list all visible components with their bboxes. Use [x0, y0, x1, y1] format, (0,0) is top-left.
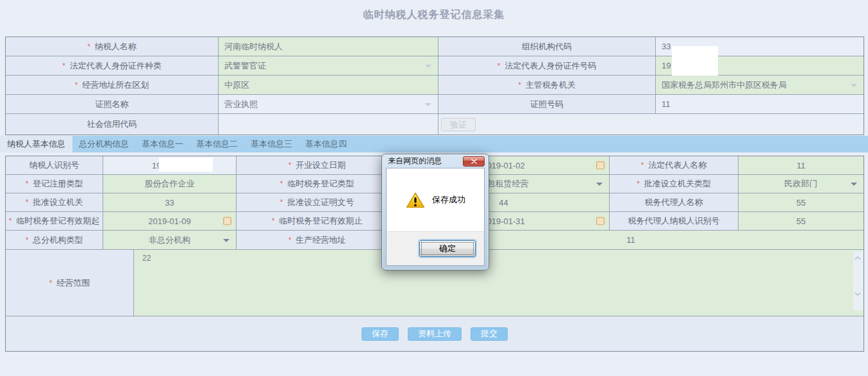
header-form-table: *纳税人名称 河南临时纳税人 组织机构代码 33 *法定代表人身份证件种类 武警…: [5, 37, 864, 135]
tab-basic-info-3[interactable]: 基本信息三: [244, 136, 299, 152]
approval-org-type-label: *批准设立机关类型: [610, 175, 739, 193]
dialog-message: 保存成功: [432, 194, 465, 206]
required-marker: *: [288, 236, 292, 245]
license-name-label: 证照名称: [6, 95, 219, 113]
business-scope-label: *经营范围: [6, 250, 134, 316]
required-marker: *: [62, 61, 65, 70]
approval-org-type-select[interactable]: 民政部门: [739, 175, 864, 193]
tab-bar: 纳税人基本信息 总分机构信息 基本信息一 基本信息二 基本信息三 基本信息四: [0, 136, 868, 152]
close-icon[interactable]: [463, 156, 485, 167]
license-number-label: 证照号码: [438, 95, 656, 113]
branch-type-select[interactable]: 非总分机构: [103, 231, 237, 249]
form-actions: 保存 资料上传 提交: [6, 316, 864, 351]
tab-basic-info-2[interactable]: 基本信息二: [190, 136, 244, 152]
page: 临时纳税人税务登记信息采集 *纳税人名称 河南临时纳税人 组织机构代码 33 *…: [0, 0, 868, 376]
calendar-icon[interactable]: [596, 161, 605, 170]
table-row: *法定代表人身份证件种类 武警警官证 *法定代表人身份证件号码 19: [6, 56, 864, 76]
registration-type-field[interactable]: 股份合作企业: [103, 175, 237, 193]
branch-type-label: *总分机构类型: [6, 231, 103, 249]
taxpayer-name-field[interactable]: 河南临时纳税人: [219, 37, 438, 56]
webpage-message-dialog: 来自网页的消息 保存成功 确定: [381, 154, 489, 270]
tab-basic-info-1[interactable]: 基本信息一: [135, 136, 190, 152]
valid-from-label: *临时税务登记有效期起: [6, 212, 103, 230]
chevron-down-icon: [851, 183, 857, 186]
table-row: 证照名称 营业执照 证照号码 11: [6, 95, 864, 114]
approval-org-label: *批准设立机关: [6, 193, 103, 211]
verify-button[interactable]: 验证: [441, 118, 476, 131]
chevron-down-icon: [223, 239, 230, 242]
legal-id-type-select[interactable]: 武警警官证: [219, 56, 438, 75]
valid-to-label: *临时税务登记有效期止: [237, 212, 398, 230]
license-number-field[interactable]: 11: [656, 95, 864, 113]
required-marker: *: [87, 42, 90, 51]
chevron-down-icon: [851, 84, 857, 87]
business-scope-textarea[interactable]: 22: [134, 250, 864, 316]
redaction-box: [672, 46, 718, 76]
opening-date-label: *开业设立日期: [237, 156, 398, 174]
textarea-scrollbar[interactable]: [853, 251, 863, 310]
valid-from-field[interactable]: 2019-01-09: [103, 212, 237, 230]
upload-button[interactable]: 资料上传: [408, 327, 462, 341]
scroll-down-icon[interactable]: [855, 292, 861, 296]
required-marker: *: [637, 179, 640, 188]
table-row: *经营地址所在区划 中原区 *主管税务机关 国家税务总局郑州市中原区税务局: [6, 76, 864, 95]
table-row: *纳税人名称 河南临时纳税人 组织机构代码 33: [6, 37, 864, 56]
legal-id-type-label: *法定代表人身份证件种类: [6, 56, 219, 75]
chevron-down-icon: [596, 183, 603, 186]
submit-button[interactable]: 提交: [471, 327, 508, 341]
required-marker: *: [497, 61, 501, 70]
required-marker: *: [518, 81, 521, 90]
required-marker: *: [75, 81, 78, 90]
required-marker: *: [280, 179, 283, 188]
tax-authority-label: *主管税务机关: [438, 76, 656, 94]
approval-org-field[interactable]: 33: [103, 193, 237, 211]
table-row: 社会信用代码 验证: [6, 114, 864, 135]
required-marker: *: [9, 217, 12, 225]
redaction-box: [159, 158, 213, 172]
social-credit-label: 社会信用代码: [6, 114, 219, 135]
required-marker: *: [288, 161, 292, 170]
org-code-label: 组织机构代码: [438, 37, 656, 56]
temp-reg-type-label: *临时税务登记类型: [237, 175, 398, 193]
legal-id-number-label: *法定代表人身份证件号码: [438, 56, 656, 75]
legal-rep-name-label: *法定代表人名称: [610, 156, 739, 174]
business-district-label: *经营地址所在区划: [6, 76, 219, 94]
chevron-down-icon: [425, 65, 431, 68]
warning-icon: [406, 192, 425, 209]
dialog-message-row: 保存成功: [387, 168, 484, 231]
required-marker: *: [49, 279, 53, 288]
business-address-label: *生产经营地址: [237, 231, 398, 249]
chevron-down-icon: [425, 103, 431, 106]
dialog-title: 来自网页的消息: [388, 156, 442, 167]
tax-authority-select[interactable]: 国家税务总局郑州市中原区税务局: [656, 76, 864, 94]
taxpayer-name-label: *纳税人名称: [6, 37, 219, 56]
calendar-icon[interactable]: [596, 217, 605, 225]
tab-taxpayer-basic-info[interactable]: 纳税人基本信息: [0, 136, 72, 152]
save-button[interactable]: 保存: [362, 327, 399, 341]
tab-basic-info-4[interactable]: 基本信息四: [299, 136, 353, 152]
required-marker: *: [641, 161, 644, 170]
license-name-select[interactable]: 营业执照: [219, 95, 438, 113]
required-marker: *: [26, 179, 29, 188]
ok-button[interactable]: 确定: [419, 240, 476, 257]
tab-branch-info[interactable]: 总分机构信息: [72, 136, 135, 152]
scroll-up-icon[interactable]: [855, 256, 861, 260]
calendar-icon[interactable]: [223, 217, 231, 225]
tax-agent-id-label: 税务代理人纳税人识别号: [610, 212, 739, 230]
required-marker: *: [280, 198, 283, 207]
required-marker: *: [26, 198, 29, 207]
registration-type-label: *登记注册类型: [6, 175, 103, 193]
dialog-body: 保存成功 确定: [386, 168, 485, 266]
taxpayer-id-label: 纳税人识别号: [6, 156, 103, 174]
tax-agent-id-field[interactable]: 55: [739, 212, 864, 230]
business-district-field[interactable]: 中原区: [219, 76, 438, 94]
tax-agent-name-field[interactable]: 55: [739, 193, 864, 211]
legal-rep-name-field[interactable]: 11: [739, 156, 864, 174]
required-marker: *: [272, 217, 275, 225]
page-title: 临时纳税人税务登记信息采集: [0, 8, 868, 22]
social-credit-field[interactable]: [219, 114, 438, 135]
required-marker: *: [26, 236, 29, 245]
tax-agent-name-label: 税务代理人名称: [610, 193, 739, 211]
approval-doc-no-label: *批准设立证明文号: [237, 193, 398, 211]
dialog-titlebar[interactable]: 来自网页的消息: [382, 154, 488, 168]
